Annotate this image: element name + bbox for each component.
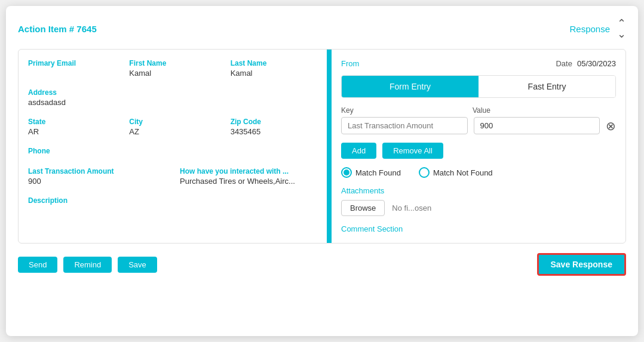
fast-entry-tab[interactable]: Fast Entry <box>479 76 615 97</box>
first-name-value: Kamal <box>129 69 216 78</box>
state-label: State <box>28 118 115 126</box>
address-group: Address asdsadasd <box>28 88 317 107</box>
right-panel: From Date 05/30/2023 Form Entry Fast Ent… <box>329 50 625 243</box>
last-transaction-value: 900 <box>28 177 165 186</box>
response-label: Response <box>569 24 610 34</box>
key-label: Key <box>341 106 467 115</box>
city-group: City AZ <box>129 118 216 136</box>
row-location: State AR City AZ Zip Code 3435465 <box>28 118 317 136</box>
zip-group: Zip Code 3435465 <box>231 118 317 136</box>
send-button[interactable]: Send <box>18 257 57 273</box>
match-not-found-radio[interactable]: Match Not Found <box>419 167 493 178</box>
comment-section-label: Comment Section <box>341 224 616 233</box>
date-area: Date 05/30/2023 <box>556 59 616 68</box>
modal-header: Action Item # 7645 Response ⌃⌄ <box>18 18 626 39</box>
description-group: Description <box>28 196 317 206</box>
address-label: Address <box>28 88 317 97</box>
match-not-found-label: Match Not Found <box>433 168 493 177</box>
key-input[interactable] <box>341 117 468 134</box>
key-value-row: ⊗ <box>341 117 616 134</box>
match-found-radio[interactable]: Match Found <box>341 167 401 178</box>
address-value: asdsadasd <box>28 98 317 107</box>
action-title: Action Item # 7645 <box>18 24 97 34</box>
description-label: Description <box>28 196 317 205</box>
remove-all-button[interactable]: Remove All <box>382 143 443 159</box>
row-address: Address asdsadasd <box>28 88 317 107</box>
match-not-found-circle <box>419 167 430 178</box>
remove-item-button[interactable]: ⊗ <box>606 120 616 132</box>
row-name: Primary Email First Name Kamal Last Name… <box>28 59 317 78</box>
how-interacted-value: Purchased Tires or Wheels,Airc... <box>180 177 317 186</box>
last-transaction-label: Last Transaction Amount <box>28 167 165 175</box>
zip-value: 3435465 <box>231 127 317 136</box>
state-group: State AR <box>28 118 115 136</box>
city-label: City <box>129 118 216 126</box>
primary-email-label: Primary Email <box>28 59 115 67</box>
modal-body: Primary Email First Name Kamal Last Name… <box>18 49 626 244</box>
row-phone: Phone <box>28 147 317 156</box>
action-buttons: Add Remove All <box>341 143 616 159</box>
chevron-button[interactable]: ⌃⌄ <box>617 18 626 39</box>
match-found-label: Match Found <box>355 168 401 177</box>
match-found-circle <box>341 167 352 178</box>
row-transaction: Last Transaction Amount 900 How have you… <box>28 167 317 186</box>
save-button[interactable]: Save <box>118 257 157 273</box>
remind-button[interactable]: Remind <box>63 257 112 273</box>
row-description: Description <box>28 196 317 206</box>
kv-labels-row: Key Value <box>341 106 616 115</box>
zip-label: Zip Code <box>231 118 317 126</box>
phone-label: Phone <box>28 147 317 155</box>
footer-left: Send Remind Save <box>18 257 157 273</box>
entry-tabs: Form Entry Fast Entry <box>341 75 616 98</box>
attachments-label: Attachments <box>341 186 616 195</box>
value-label: Value <box>473 106 598 115</box>
no-file-text: No fi...osen <box>392 204 431 212</box>
form-entry-tab[interactable]: Form Entry <box>342 76 479 97</box>
save-response-button[interactable]: Save Response <box>537 253 627 276</box>
phone-group: Phone <box>28 147 317 156</box>
how-interacted-label: How have you interacted with ... <box>180 167 317 175</box>
last-name-label: Last Name <box>231 59 317 67</box>
add-button[interactable]: Add <box>341 143 376 159</box>
attachments-row: Browse No fi...osen <box>341 200 616 216</box>
primary-email-group: Primary Email <box>28 59 115 78</box>
city-value: AZ <box>129 127 216 136</box>
date-label: Date <box>556 59 572 68</box>
right-header: From Date 05/30/2023 <box>341 59 616 68</box>
first-name-group: First Name Kamal <box>129 59 216 78</box>
how-interacted-group: How have you interacted with ... Purchas… <box>180 167 317 186</box>
first-name-label: First Name <box>129 59 216 67</box>
last-name-group: Last Name Kamal <box>231 59 317 78</box>
value-input[interactable] <box>474 117 600 134</box>
key-value-wrapper: Key Value ⊗ <box>341 106 616 134</box>
last-name-value: Kamal <box>231 69 317 78</box>
browse-button[interactable]: Browse <box>341 200 385 216</box>
from-label: From <box>341 59 359 68</box>
radio-row: Match Found Match Not Found <box>341 167 616 178</box>
modal-container: Action Item # 7645 Response ⌃⌄ Primary E… <box>6 6 638 336</box>
state-value: AR <box>28 127 115 136</box>
date-value: 05/30/2023 <box>577 59 616 68</box>
footer-buttons: Send Remind Save Save Response <box>18 253 626 276</box>
last-transaction-group: Last Transaction Amount 900 <box>28 167 165 186</box>
left-panel: Primary Email First Name Kamal Last Name… <box>19 50 329 243</box>
